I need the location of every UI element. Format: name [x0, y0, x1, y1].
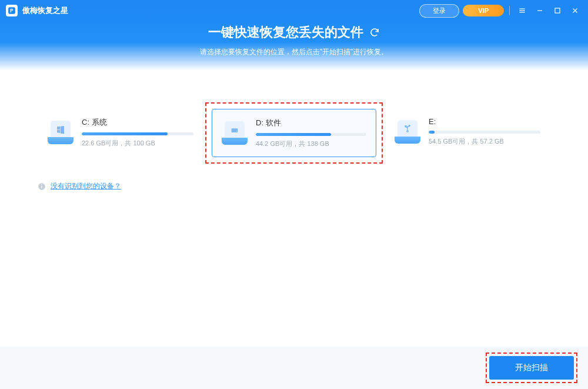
drive-usage-bar [429, 131, 540, 134]
drive-card-c[interactable]: C: 系统 22.6 GB可用，共 100 GB [38, 109, 203, 156]
titlebar: 傲梅恢复之星 登录 VIP [0, 0, 588, 21]
minimize-icon[interactable] [533, 4, 547, 18]
hero-title: 一键快速恢复您丢失的文件 [208, 24, 363, 41]
close-icon[interactable] [568, 4, 582, 18]
drive-icon-usb [395, 120, 420, 144]
drive-label: C: 系统 [82, 117, 193, 128]
refresh-icon[interactable] [369, 27, 380, 38]
svg-rect-12 [405, 125, 406, 127]
menu-icon[interactable] [515, 4, 529, 18]
vip-button[interactable]: VIP [463, 5, 504, 16]
titlebar-divider [509, 6, 510, 15]
svg-text:i: i [41, 184, 42, 189]
drive-usage-bar [256, 133, 366, 136]
svg-point-9 [236, 131, 237, 131]
drive-stats: 54.5 GB可用，共 57.2 GB [429, 137, 540, 146]
drive-card-e[interactable]: E: 54.5 GB可用，共 57.2 GB [385, 109, 550, 154]
info-icon: i [38, 182, 46, 191]
drive-label: E: [429, 117, 540, 126]
svg-point-10 [407, 130, 409, 132]
drive-icon-disk [222, 121, 248, 145]
login-button[interactable]: 登录 [419, 4, 459, 18]
drive-list: C: 系统 22.6 GB可用，共 100 GB D: 软件 44. [35, 106, 553, 160]
hero-subtitle: 请选择您要恢复文件的位置，然后点击"开始扫描"进行恢复。 [0, 47, 588, 57]
drive-label: D: 软件 [256, 118, 366, 128]
drive-stats: 44.2 GB可用，共 138 GB [256, 139, 366, 148]
maximize-icon[interactable] [550, 4, 564, 18]
drive-icon-windows [48, 121, 74, 144]
svg-rect-5 [555, 8, 560, 13]
footer-bar: 开始扫描 [0, 347, 588, 389]
app-logo-icon [6, 5, 18, 16]
drive-stats: 22.6 GB可用，共 100 GB [82, 139, 193, 148]
svg-point-13 [409, 125, 410, 126]
start-scan-button[interactable]: 开始扫描 [489, 356, 574, 380]
drive-usage-bar [82, 132, 193, 135]
drive-card-d[interactable]: D: 软件 44.2 GB可用，共 138 GB [212, 109, 376, 157]
svg-rect-8 [232, 128, 238, 132]
device-not-detected-link[interactable]: 没有识别到您的设备？ [51, 181, 121, 191]
app-title: 傲梅恢复之星 [22, 5, 68, 16]
